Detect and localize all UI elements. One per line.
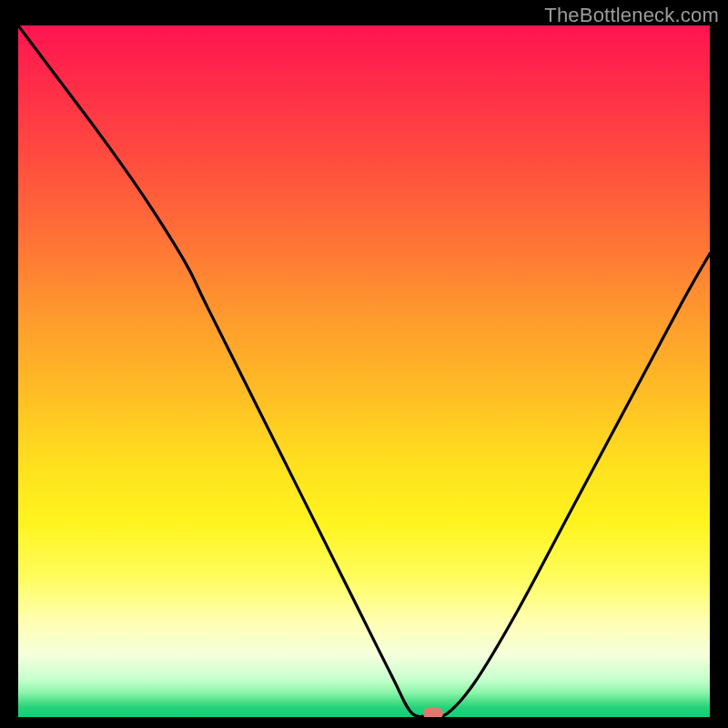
chart-frame: TheBottleneck.com [0, 0, 728, 728]
bottleneck-curve [18, 25, 710, 717]
optimal-point-marker [423, 708, 443, 717]
watermark-text: TheBottleneck.com [544, 4, 719, 27]
plot-area [18, 25, 710, 717]
